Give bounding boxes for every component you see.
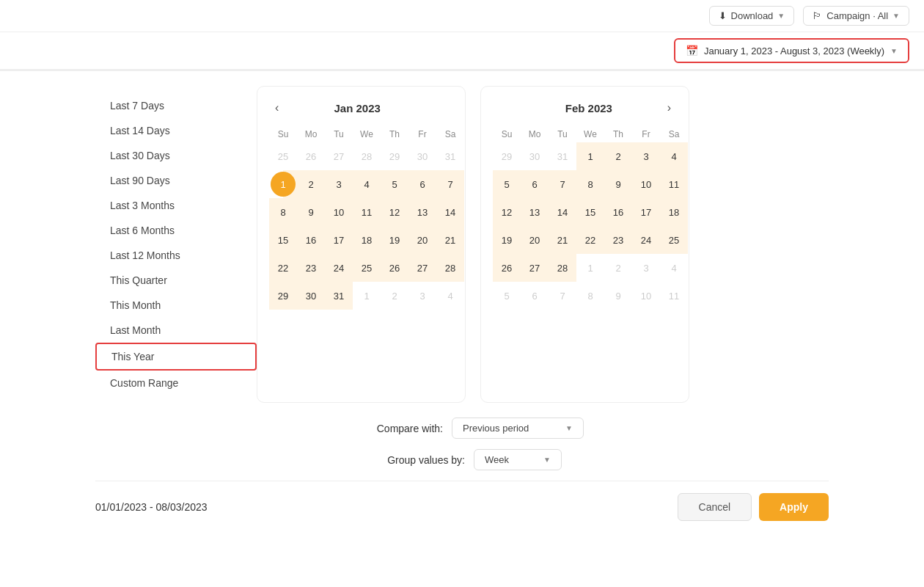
day-cell[interactable]: 11 (661, 172, 686, 197)
day-cell[interactable]: 10 (634, 172, 659, 197)
day-cell[interactable]: 5 (494, 172, 519, 197)
sidebar-item-last30[interactable]: Last 30 Days (95, 143, 257, 168)
selected-date-range: 01/01/2023 - 08/03/2023 (95, 501, 208, 513)
day-cell[interactable]: 3 (634, 144, 659, 169)
sidebar-item-lastmonth[interactable]: Last Month (95, 318, 257, 343)
prev-month-button[interactable]: ‹ (269, 98, 285, 117)
day-cell[interactable]: 13 (522, 200, 547, 225)
sidebar-item-thisquarter[interactable]: This Quarter (95, 268, 257, 293)
next-month-button[interactable]: › (661, 98, 677, 117)
date-range-button[interactable]: 📅 January 1, 2023 - August 3, 2023 (Week… (674, 38, 909, 63)
day-cell[interactable]: 3 (326, 172, 351, 197)
day-cell[interactable]: 27 (410, 255, 435, 280)
day-cell[interactable]: 26 (494, 255, 519, 280)
day-cell[interactable]: 17 (634, 200, 659, 225)
day-cell[interactable]: 14 (438, 200, 463, 225)
day-cell[interactable]: 24 (634, 227, 659, 252)
day-cell[interactable]: 28 (550, 255, 575, 280)
day-cell[interactable]: 19 (382, 227, 407, 252)
sidebar-item-last3m[interactable]: Last 3 Months (95, 193, 257, 218)
day-cell[interactable]: 17 (326, 227, 351, 252)
day-cell: 28 (354, 144, 379, 169)
day-cell[interactable]: 16 (606, 200, 631, 225)
day-cell[interactable]: 9 (298, 200, 323, 225)
sidebar-item-thismonth[interactable]: This Month (95, 293, 257, 318)
day-cell[interactable]: 21 (550, 227, 575, 252)
sidebar-item-last7[interactable]: Last 7 Days (95, 93, 257, 118)
day-cell[interactable]: 18 (354, 227, 379, 252)
group-label: Group values by: (362, 454, 465, 466)
day-cell[interactable]: 1 (271, 172, 296, 197)
apply-button[interactable]: Apply (759, 493, 829, 521)
day-cell[interactable]: 4 (661, 144, 686, 169)
sidebar-item-thisyear[interactable]: This Year (95, 343, 257, 371)
date-range-bar: 📅 January 1, 2023 - August 3, 2023 (Week… (0, 32, 924, 71)
day-cell[interactable]: 22 (271, 255, 296, 280)
download-button[interactable]: ⬇ Download ▼ (709, 6, 795, 26)
day-cell[interactable]: 14 (550, 200, 575, 225)
sidebar-item-last6m[interactable]: Last 6 Months (95, 218, 257, 243)
day-cell[interactable]: 7 (550, 172, 575, 197)
sidebar-item-custom[interactable]: Custom Range (95, 371, 257, 395)
day-cell[interactable]: 31 (326, 283, 351, 308)
day-cell[interactable]: 18 (661, 200, 686, 225)
day-cell[interactable]: 12 (382, 200, 407, 225)
day-cell[interactable]: 16 (298, 227, 323, 252)
day-cell[interactable]: 28 (438, 255, 463, 280)
day-cell: 2 (606, 255, 631, 280)
day-cell: 10 (634, 283, 659, 308)
cancel-button[interactable]: Cancel (678, 493, 752, 521)
day-cell[interactable]: 26 (382, 255, 407, 280)
day-cell[interactable]: 8 (271, 200, 296, 225)
day-cell[interactable]: 5 (382, 172, 407, 197)
group-select[interactable]: Week ▼ (474, 449, 562, 470)
day-cell[interactable]: 29 (271, 283, 296, 308)
day-cell[interactable]: 8 (578, 172, 603, 197)
day-cell[interactable]: 12 (494, 200, 519, 225)
chevron-down-icon: ▼ (565, 424, 573, 432)
compare-select[interactable]: Previous period ▼ (452, 418, 584, 439)
day-cell: 1 (354, 283, 379, 308)
day-cell[interactable]: 25 (354, 255, 379, 280)
day-cell[interactable]: 19 (494, 227, 519, 252)
day-cell[interactable]: 21 (438, 227, 463, 252)
sidebar-item-last90[interactable]: Last 90 Days (95, 168, 257, 193)
day-cell: 11 (661, 283, 686, 308)
day-cell: 4 (438, 283, 463, 308)
day-cell[interactable]: 25 (661, 227, 686, 252)
day-cell[interactable]: 23 (606, 227, 631, 252)
date-preset-sidebar: Last 7 DaysLast 14 DaysLast 30 DaysLast … (95, 86, 257, 403)
sidebar-item-last14[interactable]: Last 14 Days (95, 118, 257, 143)
day-cell[interactable]: 9 (606, 172, 631, 197)
day-cell: 4 (661, 255, 686, 280)
date-range-value: January 1, 2023 - August 3, 2023 (Weekly… (704, 45, 884, 56)
day-cell[interactable]: 1 (578, 144, 603, 169)
day-cell[interactable]: 30 (298, 283, 323, 308)
sidebar-item-last12m[interactable]: Last 12 Months (95, 243, 257, 268)
day-cell[interactable]: 2 (298, 172, 323, 197)
day-cell[interactable]: 10 (326, 200, 351, 225)
calendar-feb-title: Feb 2023 (565, 102, 612, 114)
day-cell: 2 (382, 283, 407, 308)
day-cell[interactable]: 6 (522, 172, 547, 197)
day-cell[interactable]: 15 (578, 200, 603, 225)
day-cell: 29 (382, 144, 407, 169)
day-cell[interactable]: 20 (410, 227, 435, 252)
chevron-down-icon: ▼ (892, 12, 900, 20)
day-cell[interactable]: 7 (438, 172, 463, 197)
day-cell: 3 (410, 283, 435, 308)
day-cell[interactable]: 23 (298, 255, 323, 280)
day-cell[interactable]: 6 (410, 172, 435, 197)
day-cell[interactable]: 15 (271, 227, 296, 252)
day-cell[interactable]: 13 (410, 200, 435, 225)
day-cell[interactable]: 11 (354, 200, 379, 225)
campaign-button[interactable]: 🏳 Campaign · All ▼ (803, 6, 909, 26)
day-cell[interactable]: 2 (606, 144, 631, 169)
day-cell[interactable]: 20 (522, 227, 547, 252)
day-cell[interactable]: 4 (354, 172, 379, 197)
day-cell[interactable]: 22 (578, 227, 603, 252)
calendar-icon: 📅 (686, 45, 698, 56)
day-cell[interactable]: 27 (522, 255, 547, 280)
flag-icon: 🏳 (813, 10, 822, 21)
day-cell[interactable]: 24 (326, 255, 351, 280)
